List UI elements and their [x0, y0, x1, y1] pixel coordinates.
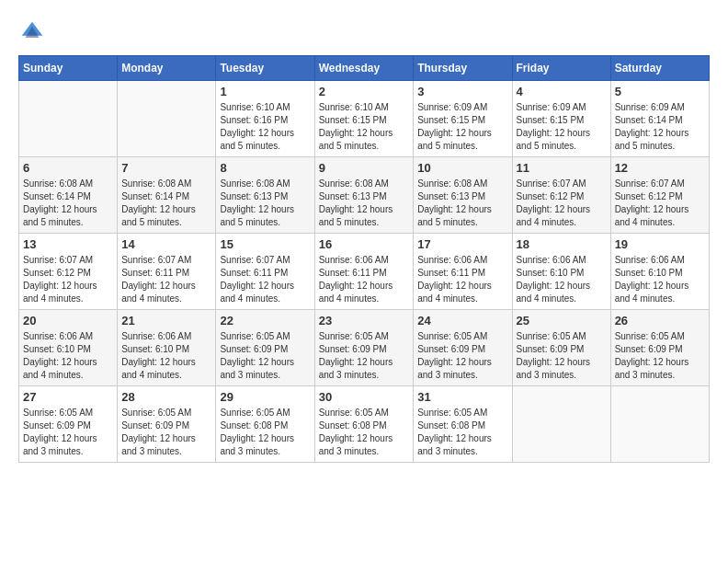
- day-info: Sunrise: 6:08 AM Sunset: 6:13 PM Dayligh…: [417, 178, 507, 229]
- calendar-cell: 24Sunrise: 6:05 AM Sunset: 6:09 PM Dayli…: [414, 310, 512, 386]
- day-info: Sunrise: 6:05 AM Sunset: 6:09 PM Dayligh…: [417, 330, 507, 382]
- day-number: 29: [220, 390, 310, 404]
- header-saturday: Saturday: [610, 56, 709, 81]
- calendar-cell: 12Sunrise: 6:07 AM Sunset: 6:12 PM Dayli…: [610, 157, 709, 234]
- calendar-cell: 20Sunrise: 6:06 AM Sunset: 6:10 PM Dayli…: [19, 310, 118, 386]
- day-info: Sunrise: 6:08 AM Sunset: 6:13 PM Dayligh…: [319, 178, 410, 229]
- day-number: 16: [319, 237, 410, 251]
- calendar-cell: 1Sunrise: 6:10 AM Sunset: 6:16 PM Daylig…: [216, 81, 314, 157]
- day-number: 19: [615, 237, 705, 251]
- day-number: 6: [23, 161, 113, 175]
- day-info: Sunrise: 6:09 AM Sunset: 6:14 PM Dayligh…: [615, 101, 705, 153]
- header-monday: Monday: [118, 56, 216, 81]
- calendar-header-row: SundayMondayTuesdayWednesdayThursdayFrid…: [19, 56, 710, 81]
- day-number: 12: [615, 161, 705, 175]
- calendar-cell: 6Sunrise: 6:08 AM Sunset: 6:14 PM Daylig…: [19, 157, 118, 234]
- day-number: 22: [220, 314, 310, 327]
- day-info: Sunrise: 6:07 AM Sunset: 6:11 PM Dayligh…: [220, 254, 310, 305]
- day-info: Sunrise: 6:05 AM Sunset: 6:08 PM Dayligh…: [417, 407, 507, 458]
- day-info: Sunrise: 6:09 AM Sunset: 6:15 PM Dayligh…: [517, 101, 607, 153]
- day-info: Sunrise: 6:09 AM Sunset: 6:15 PM Dayligh…: [417, 101, 507, 153]
- calendar-cell: 26Sunrise: 6:05 AM Sunset: 6:09 PM Dayli…: [610, 310, 709, 386]
- calendar-cell: [118, 81, 216, 157]
- day-info: Sunrise: 6:06 AM Sunset: 6:10 PM Dayligh…: [615, 254, 705, 305]
- day-number: 11: [517, 161, 607, 175]
- day-number: 28: [121, 390, 211, 404]
- calendar-week-row: 6Sunrise: 6:08 AM Sunset: 6:14 PM Daylig…: [19, 157, 710, 234]
- calendar-cell: 28Sunrise: 6:05 AM Sunset: 6:09 PM Dayli…: [118, 386, 216, 463]
- day-info: Sunrise: 6:06 AM Sunset: 6:10 PM Dayligh…: [121, 330, 211, 382]
- logo-icon: [18, 18, 46, 46]
- day-info: Sunrise: 6:06 AM Sunset: 6:10 PM Dayligh…: [517, 254, 607, 305]
- day-info: Sunrise: 6:05 AM Sunset: 6:09 PM Dayligh…: [615, 330, 705, 382]
- day-number: 24: [417, 314, 507, 327]
- header-thursday: Thursday: [414, 56, 512, 81]
- day-number: 3: [417, 85, 507, 98]
- day-info: Sunrise: 6:05 AM Sunset: 6:08 PM Dayligh…: [319, 407, 410, 458]
- logo: [18, 18, 50, 46]
- day-info: Sunrise: 6:07 AM Sunset: 6:12 PM Dayligh…: [615, 178, 705, 229]
- calendar-cell: 29Sunrise: 6:05 AM Sunset: 6:08 PM Dayli…: [216, 386, 314, 463]
- day-info: Sunrise: 6:10 AM Sunset: 6:15 PM Dayligh…: [319, 101, 410, 153]
- calendar-cell: 7Sunrise: 6:08 AM Sunset: 6:14 PM Daylig…: [118, 157, 216, 234]
- header-tuesday: Tuesday: [216, 56, 314, 81]
- day-info: Sunrise: 6:07 AM Sunset: 6:12 PM Dayligh…: [517, 178, 607, 229]
- day-number: 23: [319, 314, 410, 327]
- day-info: Sunrise: 6:05 AM Sunset: 6:09 PM Dayligh…: [220, 330, 310, 382]
- calendar-week-row: 20Sunrise: 6:06 AM Sunset: 6:10 PM Dayli…: [19, 310, 710, 386]
- day-number: 21: [121, 314, 211, 327]
- day-number: 8: [220, 161, 310, 175]
- day-info: Sunrise: 6:08 AM Sunset: 6:14 PM Dayligh…: [121, 178, 211, 229]
- page-header: [18, 18, 710, 46]
- day-info: Sunrise: 6:06 AM Sunset: 6:10 PM Dayligh…: [23, 330, 113, 382]
- day-number: 2: [319, 85, 410, 98]
- calendar-cell: 3Sunrise: 6:09 AM Sunset: 6:15 PM Daylig…: [414, 81, 512, 157]
- day-info: Sunrise: 6:05 AM Sunset: 6:08 PM Dayligh…: [220, 407, 310, 458]
- day-number: 17: [417, 237, 507, 251]
- calendar-cell: [512, 386, 610, 463]
- calendar-cell: 9Sunrise: 6:08 AM Sunset: 6:13 PM Daylig…: [314, 157, 414, 234]
- day-info: Sunrise: 6:06 AM Sunset: 6:11 PM Dayligh…: [319, 254, 410, 305]
- calendar-cell: 13Sunrise: 6:07 AM Sunset: 6:12 PM Dayli…: [19, 234, 118, 310]
- calendar-cell: 5Sunrise: 6:09 AM Sunset: 6:14 PM Daylig…: [610, 81, 709, 157]
- day-number: 20: [23, 314, 113, 327]
- day-info: Sunrise: 6:06 AM Sunset: 6:11 PM Dayligh…: [417, 254, 507, 305]
- calendar-cell: 14Sunrise: 6:07 AM Sunset: 6:11 PM Dayli…: [118, 234, 216, 310]
- day-info: Sunrise: 6:05 AM Sunset: 6:09 PM Dayligh…: [319, 330, 410, 382]
- day-info: Sunrise: 6:05 AM Sunset: 6:09 PM Dayligh…: [23, 407, 113, 458]
- day-number: 4: [517, 85, 607, 98]
- day-info: Sunrise: 6:07 AM Sunset: 6:11 PM Dayligh…: [121, 254, 211, 305]
- calendar-week-row: 13Sunrise: 6:07 AM Sunset: 6:12 PM Dayli…: [19, 234, 710, 310]
- calendar-cell: 16Sunrise: 6:06 AM Sunset: 6:11 PM Dayli…: [314, 234, 414, 310]
- day-info: Sunrise: 6:05 AM Sunset: 6:09 PM Dayligh…: [517, 330, 607, 382]
- calendar-cell: 22Sunrise: 6:05 AM Sunset: 6:09 PM Dayli…: [216, 310, 314, 386]
- calendar-cell: 10Sunrise: 6:08 AM Sunset: 6:13 PM Dayli…: [414, 157, 512, 234]
- calendar-cell: 4Sunrise: 6:09 AM Sunset: 6:15 PM Daylig…: [512, 81, 610, 157]
- day-info: Sunrise: 6:10 AM Sunset: 6:16 PM Dayligh…: [220, 101, 310, 153]
- day-number: 1: [220, 85, 310, 98]
- calendar-week-row: 1Sunrise: 6:10 AM Sunset: 6:16 PM Daylig…: [19, 81, 710, 157]
- calendar-cell: 18Sunrise: 6:06 AM Sunset: 6:10 PM Dayli…: [512, 234, 610, 310]
- calendar-cell: 31Sunrise: 6:05 AM Sunset: 6:08 PM Dayli…: [414, 386, 512, 463]
- day-number: 27: [23, 390, 113, 404]
- header-friday: Friday: [512, 56, 610, 81]
- day-info: Sunrise: 6:08 AM Sunset: 6:14 PM Dayligh…: [23, 178, 113, 229]
- day-number: 7: [121, 161, 211, 175]
- header-sunday: Sunday: [19, 56, 118, 81]
- calendar-cell: 8Sunrise: 6:08 AM Sunset: 6:13 PM Daylig…: [216, 157, 314, 234]
- day-info: Sunrise: 6:08 AM Sunset: 6:13 PM Dayligh…: [220, 178, 310, 229]
- calendar-cell: 2Sunrise: 6:10 AM Sunset: 6:15 PM Daylig…: [314, 81, 414, 157]
- day-number: 18: [517, 237, 607, 251]
- day-number: 30: [319, 390, 410, 404]
- calendar-cell: 15Sunrise: 6:07 AM Sunset: 6:11 PM Dayli…: [216, 234, 314, 310]
- calendar-cell: 30Sunrise: 6:05 AM Sunset: 6:08 PM Dayli…: [314, 386, 414, 463]
- calendar-cell: [19, 81, 118, 157]
- calendar-cell: 19Sunrise: 6:06 AM Sunset: 6:10 PM Dayli…: [610, 234, 709, 310]
- calendar-table: SundayMondayTuesdayWednesdayThursdayFrid…: [18, 55, 710, 463]
- day-number: 10: [417, 161, 507, 175]
- day-number: 31: [417, 390, 507, 404]
- day-number: 25: [517, 314, 607, 327]
- day-number: 26: [615, 314, 705, 327]
- header-wednesday: Wednesday: [314, 56, 414, 81]
- day-number: 5: [615, 85, 705, 98]
